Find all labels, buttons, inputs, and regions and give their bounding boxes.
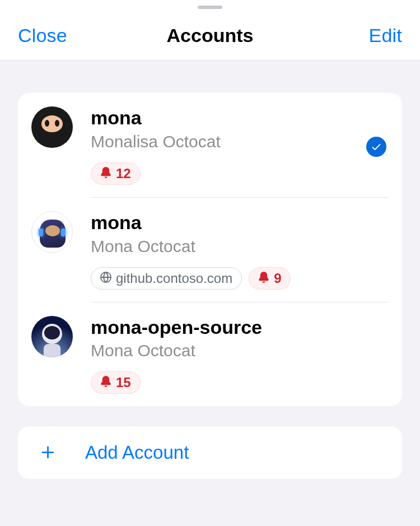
notification-count: 12 xyxy=(116,166,131,181)
avatar xyxy=(31,211,73,253)
server-badge[interactable]: github.contoso.com xyxy=(91,267,242,290)
navigation-bar: Close Accounts Edit xyxy=(0,0,420,60)
badges-row: 12 xyxy=(91,162,389,185)
account-row[interactable]: mona Mona Octocat github.contoso.com 9 xyxy=(18,198,402,302)
account-details: mona Mona Octocat github.contoso.com 9 xyxy=(91,211,389,302)
avatar xyxy=(31,316,73,357)
account-details: mona-open-source Mona Octocat 15 xyxy=(91,316,389,407)
active-checkmark-icon xyxy=(366,137,386,157)
notification-count: 9 xyxy=(274,271,281,286)
notification-badge[interactable]: 9 xyxy=(249,267,291,290)
content-area: mona Monalisa Octocat 12 xyxy=(0,60,420,497)
accounts-list: mona Monalisa Octocat 12 xyxy=(18,93,402,406)
sheet-grabber[interactable] xyxy=(198,6,222,9)
notification-badge[interactable]: 12 xyxy=(91,162,141,185)
bell-icon xyxy=(100,375,111,390)
globe-icon xyxy=(100,271,111,286)
notification-badge[interactable]: 15 xyxy=(91,371,141,394)
notification-count: 15 xyxy=(116,375,131,390)
bell-icon xyxy=(100,166,111,181)
edit-button[interactable]: Edit xyxy=(369,25,402,46)
add-account-label: Add Account xyxy=(85,442,189,463)
add-account-button[interactable]: Add Account xyxy=(18,426,402,479)
badges-row: 15 xyxy=(91,371,389,394)
close-button[interactable]: Close xyxy=(18,25,67,46)
bell-icon xyxy=(258,271,269,286)
account-username: mona xyxy=(91,106,389,129)
account-username: mona xyxy=(91,211,389,234)
server-url: github.contoso.com xyxy=(116,271,232,286)
account-fullname: Monalisa Octocat xyxy=(91,131,389,152)
avatar xyxy=(31,106,73,148)
badges-row: github.contoso.com 9 xyxy=(91,267,389,290)
page-title: Accounts xyxy=(167,25,254,46)
account-username: mona-open-source xyxy=(91,316,389,339)
account-row[interactable]: mona-open-source Mona Octocat 15 xyxy=(18,302,402,407)
account-fullname: Mona Octocat xyxy=(91,235,389,257)
plus-icon xyxy=(38,443,58,463)
account-fullname: Mona Octocat xyxy=(91,339,389,361)
account-details: mona Monalisa Octocat 12 xyxy=(91,106,389,198)
account-row[interactable]: mona Monalisa Octocat 12 xyxy=(18,93,402,198)
